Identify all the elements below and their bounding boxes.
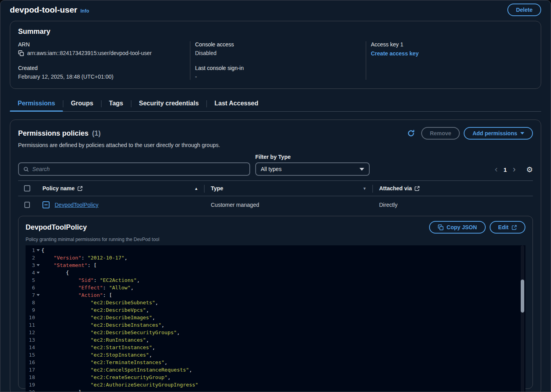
external-link-icon	[415, 186, 420, 191]
column-policy-name[interactable]: Policy name ▲	[36, 181, 205, 196]
type-header-label: Type	[211, 185, 223, 191]
arn-value: arn:aws:iam::824173423915:user/devpod-to…	[27, 50, 152, 56]
console-access-value: Disabled	[195, 50, 366, 56]
arn-label: ARN	[18, 41, 190, 48]
chevron-down-icon	[520, 132, 524, 134]
column-type[interactable]: Type ▼	[205, 181, 373, 196]
tab-groups[interactable]: Groups	[63, 97, 101, 111]
tab-security-credentials[interactable]: Security credentials	[131, 97, 206, 111]
code-line-18: 18 "ec2:CreateSecurityGroup",	[26, 374, 525, 381]
collapse-row-icon[interactable]	[42, 201, 50, 208]
table-header-row: Policy name ▲ Type ▼ Attached via	[18, 180, 533, 196]
settings-gear-icon[interactable]: ⚙	[526, 166, 533, 173]
copy-json-button[interactable]: Copy JSON	[429, 221, 486, 234]
tab-permissions[interactable]: Permissions	[10, 97, 63, 111]
type-filter-select[interactable]: All types	[255, 162, 370, 176]
table-row[interactable]: DevpodToolPolicy Customer managed Direct…	[18, 196, 533, 213]
filter-by-type-label: Filter by Type	[255, 154, 370, 160]
next-page-icon[interactable]: ›	[513, 165, 516, 174]
create-access-key-link[interactable]: Create access key	[371, 50, 418, 57]
code-line-2: 2 "Version": "2012-10-17",	[26, 254, 525, 261]
policy-name-header-label: Policy name	[42, 185, 75, 191]
delete-button[interactable]: Delete	[507, 4, 541, 16]
add-permissions-label: Add permissions	[472, 130, 517, 136]
policy-description: Policy granting minimal permissions for …	[26, 237, 525, 242]
policy-detail-header: DevpodToolPolicy Copy JSON Edit	[26, 221, 525, 234]
code-line-17: 17 "ec2:CancelSpotInstanceRequests",	[26, 366, 525, 374]
policy-count: (1)	[92, 129, 101, 137]
code-line-16: 16 "ec2:TerminateInstances",	[26, 359, 525, 366]
summary-grid: ARN arn:aws:iam::824173423915:user/devpo…	[18, 41, 533, 80]
code-line-12: 12 "ec2:DescribeSecurityGroups",	[26, 329, 525, 336]
type-filter-group: Filter by Type All types	[255, 154, 370, 176]
info-link[interactable]: Info	[81, 8, 89, 14]
console-access-label: Console access	[195, 41, 366, 48]
tab-last-accessed[interactable]: Last Accessed	[206, 97, 266, 111]
fold-toggle-icon[interactable]	[35, 269, 41, 276]
permissions-policies-label: Permissions policies	[18, 129, 88, 137]
created-label: Created	[18, 65, 190, 71]
last-signin-value: -	[195, 74, 366, 80]
permissions-description: Permissions are defined by policies atta…	[18, 142, 533, 148]
code-line-15: 15 "ec2:StopInstances",	[26, 351, 525, 359]
console-access-field: Console access Disabled	[195, 41, 366, 56]
sort-icon[interactable]: ▼	[363, 186, 367, 191]
policies-table: Policy name ▲ Type ▼ Attached via	[18, 180, 533, 213]
add-permissions-button[interactable]: Add permissions	[464, 127, 533, 140]
code-line-14: 14 "ec2:StartInstances",	[26, 344, 525, 351]
row-checkbox[interactable]	[24, 202, 30, 208]
copy-icon	[438, 225, 444, 230]
policy-detail-title: DevpodToolPolicy	[26, 223, 87, 232]
permissions-policies-panel: Permissions policies (1) Remove Add perm…	[10, 120, 541, 392]
type-filter-value: All types	[261, 166, 282, 172]
column-attached-via[interactable]: Attached via	[373, 181, 533, 196]
previous-page-icon[interactable]: ‹	[495, 165, 498, 174]
select-all-checkbox[interactable]	[24, 185, 30, 191]
summary-card: Summary ARN arn:aws:iam::824173423915:us…	[10, 21, 541, 89]
code-line-13: 13 "ec2:RunInstances",	[26, 336, 525, 344]
code-line-9: 9 "ec2:DescribeVpcs",	[26, 306, 525, 314]
code-line-1: 1{	[26, 247, 525, 254]
arn-field: ARN arn:aws:iam::824173423915:user/devpo…	[18, 41, 190, 56]
page-header: devpod-tool-user Info Delete	[0, 0, 551, 16]
code-line-19: 19 "ec2:AuthorizeSecurityGroupIngress"	[26, 381, 525, 388]
sort-ascending-icon[interactable]: ▲	[194, 186, 198, 191]
policy-name-link[interactable]: DevpodToolPolicy	[55, 202, 98, 208]
title-row: devpod-tool-user Info	[10, 5, 89, 15]
search-icon	[23, 166, 29, 172]
table-body: DevpodToolPolicy Customer managed Direct…	[18, 196, 533, 213]
fold-toggle-icon[interactable]	[35, 291, 41, 299]
pagination: ‹ 1 › ⚙	[495, 165, 533, 176]
search-box[interactable]	[18, 162, 250, 176]
tab-tags[interactable]: Tags	[101, 97, 131, 111]
summary-heading: Summary	[18, 28, 533, 36]
code-line-8: 8 "ec2:DescribeSubnets",	[26, 299, 525, 306]
last-signin-label: Last console sign-in	[195, 65, 366, 71]
access-key-label: Access key 1	[371, 41, 533, 48]
search-input[interactable]	[32, 166, 245, 172]
fold-toggle-icon[interactable]	[35, 261, 41, 269]
current-page[interactable]: 1	[503, 166, 507, 173]
edit-label: Edit	[498, 224, 509, 230]
code-line-11: 11 "ec2:DescribeInstances",	[26, 321, 525, 329]
policy-type: Customer managed	[205, 202, 373, 208]
code-line-20: 20 ],	[26, 388, 525, 392]
iam-user-page: devpod-tool-user Info Delete Summary ARN…	[0, 0, 551, 392]
fold-toggle-icon[interactable]	[35, 247, 41, 254]
code-line-6: 6 "Effect": "Allow",	[26, 284, 525, 291]
page-title: devpod-tool-user	[10, 5, 77, 15]
chevron-down-icon	[359, 168, 364, 171]
remove-button[interactable]: Remove	[421, 127, 460, 140]
last-signin-field: Last console sign-in -	[195, 65, 366, 80]
refresh-button[interactable]	[405, 127, 417, 140]
edit-policy-button[interactable]: Edit	[490, 221, 525, 234]
editor-scrollbar-thumb[interactable]	[521, 280, 524, 313]
editor-scrollbar-track	[521, 245, 524, 392]
filter-row: Filter by Type All types ‹ 1 › ⚙	[18, 154, 533, 176]
code-line-5: 5 "Sid": "EC2Actions",	[26, 276, 525, 284]
code-lines: 1{2 "Version": "2012-10-17",3 "Statement…	[26, 247, 525, 392]
permissions-policies-title: Permissions policies (1)	[18, 129, 101, 138]
policy-json-editor[interactable]: 1{2 "Version": "2012-10-17",3 "Statement…	[26, 245, 525, 392]
policy-detail-panel: DevpodToolPolicy Copy JSON Edit	[18, 216, 533, 389]
copy-arn-icon[interactable]	[18, 50, 24, 56]
